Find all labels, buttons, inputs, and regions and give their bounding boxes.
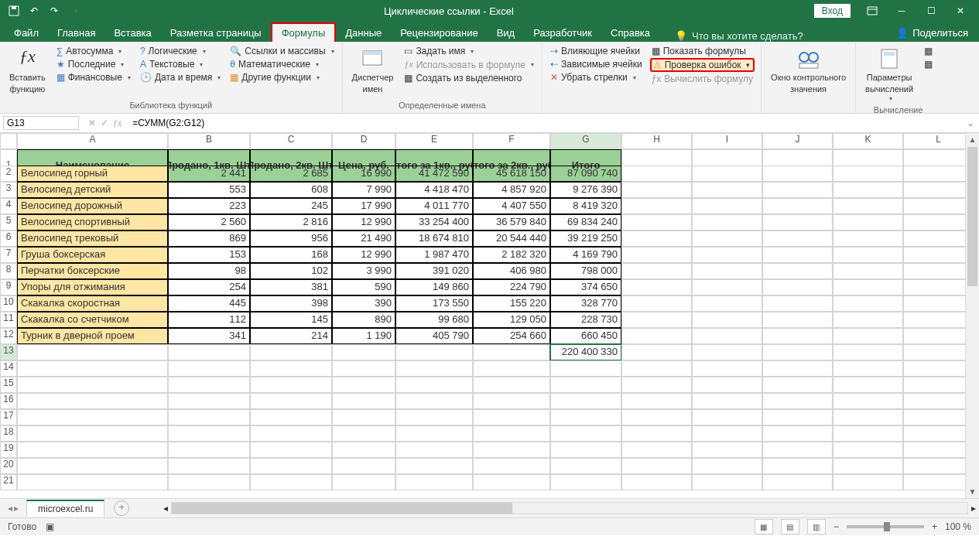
trace-precedents-button[interactable]: ⇢Влияющие ячейки bbox=[549, 45, 644, 57]
define-name-button[interactable]: ▭Задать имя bbox=[402, 45, 536, 57]
cell-empty[interactable] bbox=[621, 312, 692, 328]
cell-E8[interactable]: 391 020 bbox=[395, 263, 473, 279]
col-header-A[interactable]: A bbox=[17, 133, 168, 149]
cell-empty[interactable] bbox=[692, 214, 762, 230]
cell-E9[interactable]: 149 860 bbox=[395, 279, 473, 295]
zoom-in-button[interactable]: + bbox=[932, 521, 937, 532]
cell-D5[interactable]: 12 990 bbox=[332, 214, 395, 230]
text-button[interactable]: AТекстовые bbox=[139, 58, 222, 70]
row-header-20[interactable]: 20 bbox=[0, 458, 17, 474]
cell-B9[interactable]: 254 bbox=[168, 279, 250, 295]
cell-empty[interactable] bbox=[692, 377, 762, 393]
cell-A3[interactable]: Велосипед детский bbox=[17, 182, 168, 198]
cell-C8[interactable]: 102 bbox=[250, 263, 332, 279]
cell-empty[interactable] bbox=[621, 393, 692, 409]
cell-empty[interactable] bbox=[833, 393, 903, 409]
cell-B7[interactable]: 153 bbox=[168, 247, 250, 263]
cell-E5[interactable]: 33 254 400 bbox=[395, 214, 473, 230]
col-header-G[interactable]: G bbox=[550, 133, 621, 149]
cell-empty[interactable] bbox=[395, 344, 473, 360]
cell-empty[interactable] bbox=[762, 474, 833, 490]
cell-empty[interactable] bbox=[903, 474, 974, 490]
cell-G5[interactable]: 69 834 240 bbox=[550, 214, 621, 230]
cell-A5[interactable]: Велосипед спортивный bbox=[17, 214, 168, 230]
cell-empty[interactable] bbox=[550, 409, 621, 425]
cell-empty[interactable] bbox=[692, 198, 762, 214]
close-icon[interactable]: ✕ bbox=[946, 0, 974, 22]
col-header-H[interactable]: H bbox=[621, 133, 692, 149]
cell-empty[interactable] bbox=[550, 377, 621, 393]
save-icon[interactable] bbox=[5, 2, 23, 19]
cell-empty[interactable] bbox=[833, 214, 903, 230]
cell-A4[interactable]: Велосипед дорожный bbox=[17, 198, 168, 214]
cell-empty[interactable] bbox=[168, 474, 250, 490]
cell-E4[interactable]: 4 011 770 bbox=[395, 198, 473, 214]
cell-empty[interactable] bbox=[903, 312, 974, 328]
tab-insert[interactable]: Вставка bbox=[104, 24, 160, 42]
cell-empty[interactable] bbox=[332, 442, 395, 458]
cell-B11[interactable]: 112 bbox=[168, 312, 250, 328]
cell-empty[interactable] bbox=[473, 344, 550, 360]
row-header-15[interactable]: 15 bbox=[0, 377, 17, 393]
cell-G10[interactable]: 328 770 bbox=[550, 295, 621, 312]
cell-F4[interactable]: 4 407 550 bbox=[473, 198, 550, 214]
cell-empty[interactable] bbox=[903, 279, 974, 295]
worksheet[interactable]: ABCDEFGHIJKL1НаименованиеПродано, 1кв. Ш… bbox=[0, 133, 979, 498]
cell-empty[interactable] bbox=[762, 442, 833, 458]
scroll-down-icon[interactable]: ▼ bbox=[966, 485, 979, 498]
cell-empty[interactable] bbox=[550, 458, 621, 474]
formula-input[interactable] bbox=[128, 116, 962, 130]
cell-empty[interactable] bbox=[692, 263, 762, 279]
cell-empty[interactable] bbox=[621, 182, 692, 198]
col-header-E[interactable]: E bbox=[395, 133, 473, 149]
col-header-F[interactable]: F bbox=[473, 133, 550, 149]
cell-empty[interactable] bbox=[692, 458, 762, 474]
cell-A9[interactable]: Упоры для отжимания bbox=[17, 279, 168, 295]
cell-empty[interactable] bbox=[833, 182, 903, 198]
scroll-left-icon[interactable]: ◂ bbox=[160, 503, 171, 514]
cell-B4[interactable]: 223 bbox=[168, 198, 250, 214]
cell-empty[interactable] bbox=[168, 425, 250, 442]
cell-E11[interactable]: 99 680 bbox=[395, 312, 473, 328]
cell-B8[interactable]: 98 bbox=[168, 263, 250, 279]
cell-empty[interactable] bbox=[621, 166, 692, 182]
scroll-up-icon[interactable]: ▲ bbox=[966, 133, 979, 146]
row-header-19[interactable]: 19 bbox=[0, 442, 17, 458]
cell-empty[interactable] bbox=[621, 247, 692, 263]
math-button[interactable]: θМатематические bbox=[228, 58, 335, 70]
cell-empty[interactable] bbox=[17, 425, 168, 442]
cell-D8[interactable]: 3 990 bbox=[332, 263, 395, 279]
prev-sheet-icon[interactable]: ◂ bbox=[8, 503, 12, 514]
cell-empty[interactable] bbox=[621, 230, 692, 247]
cell-empty[interactable] bbox=[833, 442, 903, 458]
cell-empty[interactable] bbox=[332, 425, 395, 442]
cell-empty[interactable] bbox=[550, 442, 621, 458]
cell-empty[interactable] bbox=[692, 442, 762, 458]
cell-empty[interactable] bbox=[621, 360, 692, 377]
cell-A10[interactable]: Скакалка скоростная bbox=[17, 295, 168, 312]
tab-layout[interactable]: Разметка страницы bbox=[161, 24, 271, 42]
cell-empty[interactable] bbox=[692, 279, 762, 295]
tab-file[interactable]: Файл bbox=[5, 24, 48, 42]
row-header-21[interactable]: 21 bbox=[0, 474, 17, 490]
cell-G4[interactable]: 8 419 320 bbox=[550, 198, 621, 214]
cell-C4[interactable]: 245 bbox=[250, 198, 332, 214]
cell-empty[interactable] bbox=[903, 377, 974, 393]
zoom-out-button[interactable]: − bbox=[834, 521, 839, 532]
cell-empty[interactable] bbox=[692, 166, 762, 182]
cell-empty[interactable] bbox=[903, 344, 974, 360]
cell-empty[interactable] bbox=[473, 393, 550, 409]
datetime-button[interactable]: 🕒Дата и время bbox=[139, 71, 222, 84]
cell-empty[interactable] bbox=[692, 230, 762, 247]
next-sheet-icon[interactable]: ▸ bbox=[14, 503, 19, 514]
cell-empty[interactable] bbox=[903, 182, 974, 198]
col-header-I[interactable]: I bbox=[692, 133, 762, 149]
cell-empty[interactable] bbox=[762, 328, 833, 344]
cell-C10[interactable]: 398 bbox=[250, 295, 332, 312]
vertical-scrollbar[interactable]: ▲ ▼ bbox=[965, 133, 979, 498]
cell-F9[interactable]: 224 790 bbox=[473, 279, 550, 295]
cell-empty[interactable] bbox=[762, 198, 833, 214]
cell-empty[interactable] bbox=[332, 377, 395, 393]
cell-D7[interactable]: 12 990 bbox=[332, 247, 395, 263]
cell-empty[interactable] bbox=[833, 247, 903, 263]
